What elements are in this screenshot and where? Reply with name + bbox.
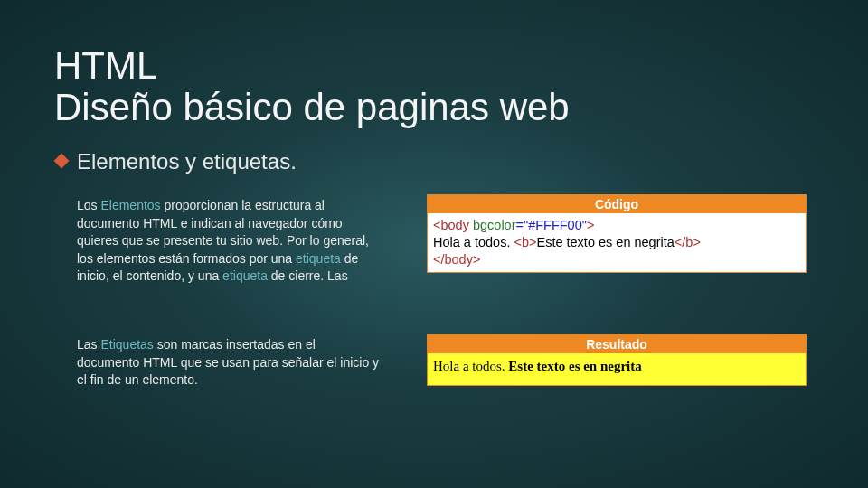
- code-tag: <body: [433, 218, 469, 232]
- code-example-box: Código <body bgcolor="#FFFF00"> Hola a t…: [427, 194, 807, 273]
- highlight-etiqueta: etiqueta: [296, 251, 341, 266]
- code-text: Hola a todos.: [433, 235, 514, 249]
- result-bold-text: Este texto es en negrita: [508, 359, 641, 373]
- text: Los: [77, 198, 100, 212]
- title-line-2: Diseño básico de paginas web: [54, 87, 570, 128]
- title-line-1: HTML: [54, 45, 570, 87]
- slide-title: HTML Diseño básico de paginas web: [54, 45, 570, 128]
- code-body: <body bgcolor="#FFFF00"> Hola a todos. <…: [428, 213, 806, 272]
- result-header: Resultado: [428, 335, 806, 353]
- code-text: Este texto es en negrita: [536, 235, 674, 249]
- result-text: Hola a todos.: [433, 359, 508, 373]
- code-tag: </body>: [433, 252, 480, 267]
- text: Las: [77, 337, 100, 352]
- code-attr: bgcolor: [469, 218, 516, 232]
- subheading: Elementos y etiquetas.: [77, 149, 297, 174]
- code-tag: <b>: [514, 235, 536, 249]
- code-tag: >: [587, 218, 594, 232]
- code-header: Código: [428, 195, 806, 213]
- code-val: ="#FFFF00": [516, 218, 587, 232]
- text: de cierre. Las: [268, 268, 348, 283]
- bullet-diamond-icon: [54, 154, 70, 169]
- result-box: Resultado Hola a todos. Este texto es en…: [427, 334, 807, 386]
- paragraph-etiquetas: Las Etiquetas son marcas insertadas en e…: [77, 336, 380, 389]
- highlight-elementos: Elementos: [100, 198, 160, 212]
- highlight-etiqueta: etiqueta: [222, 268, 268, 283]
- code-tag: </b>: [675, 235, 701, 249]
- paragraph-elementos: Los Elementos proporcionan la estructura…: [77, 197, 380, 286]
- highlight-etiquetas: Etiquetas: [100, 337, 153, 352]
- result-body: Hola a todos. Este texto es en negrita: [428, 353, 806, 385]
